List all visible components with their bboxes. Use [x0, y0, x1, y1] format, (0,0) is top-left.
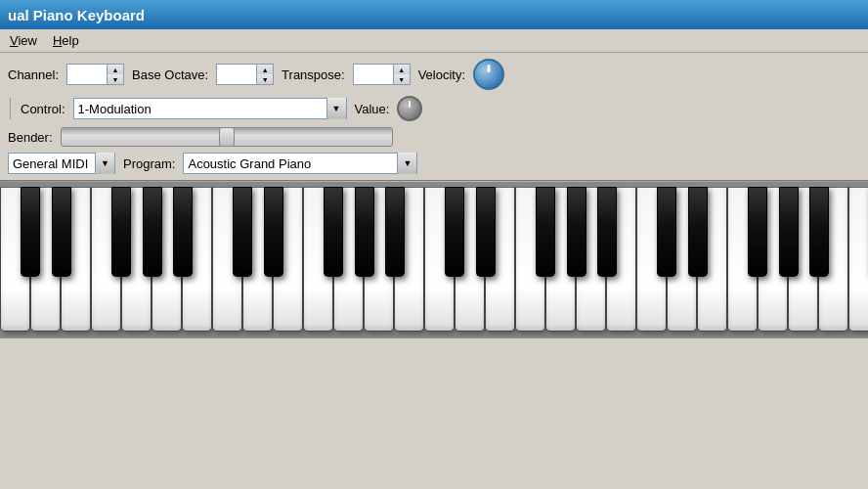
program-label: Program:: [123, 156, 175, 171]
octave-3: [636, 187, 848, 338]
base-octave-spinbox: 3 ▲ ▼: [216, 64, 274, 85]
channel-down-btn[interactable]: ▼: [108, 74, 123, 84]
octave-0: [0, 187, 212, 338]
transpose-label: Transpose:: [282, 67, 345, 82]
black-key-1-C#[interactable]: [233, 187, 252, 277]
title-text: ual Piano Keyboard: [8, 7, 145, 23]
transpose-input[interactable]: 0: [354, 65, 393, 84]
program-dropdown-btn[interactable]: ▼: [397, 153, 416, 174]
row-program: General MIDI GM2 XG ▼ Program: Acoustic …: [8, 153, 860, 174]
transpose-up-btn[interactable]: ▲: [394, 65, 410, 74]
row-channel: Channel: 1 ▲ ▼ Base Octave: 3 ▲ ▼ Transp…: [8, 59, 860, 90]
title-bar: ual Piano Keyboard: [0, 0, 868, 29]
control-dropdown-btn[interactable]: ▼: [326, 98, 346, 119]
transpose-spin-buttons: ▲ ▼: [393, 65, 410, 84]
black-key-2-G#[interactable]: [567, 187, 586, 277]
base-octave-label: Base Octave:: [132, 67, 208, 82]
value-knob[interactable]: [397, 96, 422, 121]
velocity-label: Velocity:: [418, 67, 465, 82]
bank-dropdown-btn[interactable]: ▼: [95, 153, 114, 174]
black-key-3-C#[interactable]: [657, 187, 676, 277]
row-control: Control: 1-Modulation 0-Bank Select 2-Br…: [8, 96, 860, 121]
transpose-spinbox: 0 ▲ ▼: [353, 64, 411, 85]
piano: [0, 187, 868, 338]
channel-up-btn[interactable]: ▲: [108, 65, 123, 74]
black-key-3-F#[interactable]: [748, 187, 767, 277]
separator1: [10, 98, 11, 119]
white-key-4-C[interactable]: [848, 187, 868, 332]
black-key-0-G#[interactable]: [143, 187, 162, 277]
black-key-2-F#[interactable]: [536, 187, 555, 277]
black-key-1-A#[interactable]: [385, 187, 405, 277]
transpose-down-btn[interactable]: ▼: [394, 74, 410, 84]
black-key-0-A#[interactable]: [173, 187, 193, 277]
black-key-1-D#[interactable]: [264, 187, 283, 277]
menu-help[interactable]: Help: [47, 31, 85, 50]
menu-view[interactable]: View: [4, 31, 43, 50]
channel-spin-buttons: ▲ ▼: [107, 65, 123, 84]
keyboard-container: [0, 182, 868, 338]
bank-dropdown-wrap: General MIDI GM2 XG ▼: [8, 153, 115, 174]
base-octave-input[interactable]: 3: [217, 65, 256, 84]
black-key-1-F#[interactable]: [324, 187, 343, 277]
octave-2: [424, 187, 636, 338]
bender-label: Bender:: [8, 130, 53, 145]
black-key-0-D#[interactable]: [52, 187, 71, 277]
control-select[interactable]: 1-Modulation 0-Bank Select 2-Breath 4-Fo…: [74, 99, 326, 118]
octave-4: [848, 187, 868, 338]
black-key-0-F#[interactable]: [111, 187, 131, 277]
control-label: Control:: [21, 102, 65, 116]
black-key-1-G#[interactable]: [355, 187, 374, 277]
channel-spinbox: 1 ▲ ▼: [66, 64, 124, 85]
channel-label: Channel:: [8, 67, 59, 82]
black-key-2-C#[interactable]: [445, 187, 464, 277]
channel-input[interactable]: 1: [67, 65, 107, 84]
value-label: Value:: [355, 102, 390, 116]
menu-bar: View Help: [0, 29, 868, 53]
octave-down-btn[interactable]: ▼: [257, 74, 273, 84]
control-dropdown-wrap: 1-Modulation 0-Bank Select 2-Breath 4-Fo…: [73, 98, 347, 119]
program-select[interactable]: Acoustic Grand Piano Bright Acoustic Pia…: [184, 154, 397, 173]
octave-up-btn[interactable]: ▲: [257, 65, 273, 74]
black-key-3-D#[interactable]: [688, 187, 708, 277]
controls-area: Channel: 1 ▲ ▼ Base Octave: 3 ▲ ▼ Transp…: [0, 53, 868, 180]
black-key-3-G#[interactable]: [779, 187, 799, 277]
black-key-2-D#[interactable]: [476, 187, 496, 277]
octave-spin-buttons: ▲ ▼: [256, 65, 273, 84]
black-key-3-A#[interactable]: [809, 187, 829, 277]
bank-select[interactable]: General MIDI GM2 XG: [9, 154, 95, 173]
menu-help-label: H: [53, 33, 62, 48]
black-key-0-C#[interactable]: [21, 187, 40, 277]
octave-1: [212, 187, 424, 338]
velocity-knob[interactable]: [473, 59, 504, 90]
black-key-2-A#[interactable]: [597, 187, 617, 277]
program-dropdown-wrap: Acoustic Grand Piano Bright Acoustic Pia…: [183, 153, 417, 174]
row-bender: Bender:: [8, 127, 860, 147]
bender-slider[interactable]: [61, 127, 393, 147]
